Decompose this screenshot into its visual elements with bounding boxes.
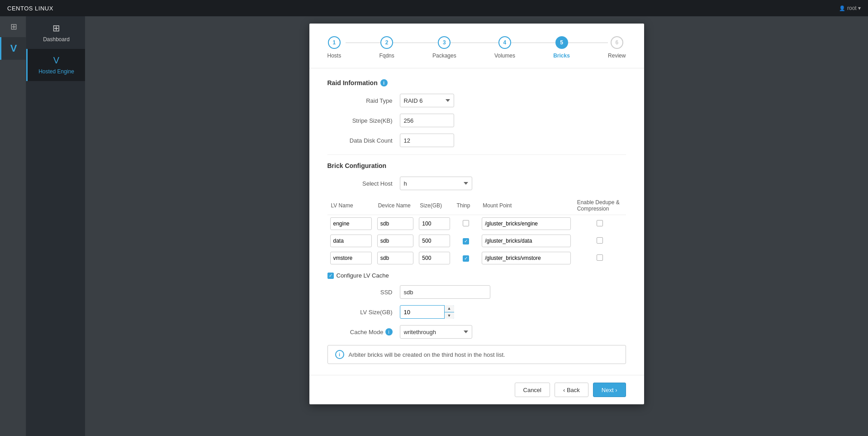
stripe-size-input[interactable] (400, 114, 454, 127)
step-label-hosts: Hosts (327, 53, 342, 59)
thinp-checkbox-1[interactable] (463, 220, 469, 226)
step-label-packages: Packages (432, 53, 456, 59)
lv-size-increment[interactable]: ▲ (445, 305, 454, 312)
next-button[interactable]: Next › (593, 383, 626, 397)
configure-lv-cache-row: Configure LV Cache (327, 272, 626, 279)
mount-point-input-1[interactable] (482, 217, 570, 230)
cache-mode-select[interactable]: writethrough writeback passthrough (400, 325, 472, 339)
sidebar: ⊞ Dashboard V Hosted Engine (26, 16, 85, 436)
select-host-label: Select Host (327, 180, 400, 187)
brick-config-title: Brick Configuration (327, 162, 626, 169)
num-arrows: ▲ ▼ (444, 305, 454, 319)
cache-mode-label: Cache Mode i (327, 328, 400, 335)
mount-point-input-2[interactable] (482, 235, 570, 247)
user-menu[interactable]: root ▾ (839, 5, 861, 11)
step-label-bricks: Bricks (553, 53, 570, 59)
left-rail: ⊞ V (0, 16, 26, 436)
lv-size-input-wrap: ▲ ▼ (400, 305, 454, 319)
cache-mode-info-icon[interactable]: i (385, 328, 393, 335)
step-circle-4: 4 (498, 36, 511, 49)
step-fqdns: 2 Fqdns (379, 36, 394, 59)
raid-type-row: Raid Type RAID 6 RAID 5 RAID 10 JBOD (327, 94, 626, 107)
lv-size-row: LV Size(GB) ▲ ▼ (327, 305, 626, 319)
cancel-button[interactable]: Cancel (515, 383, 550, 397)
dedup-checkbox-3[interactable] (597, 254, 603, 261)
main-layout: ⊞ V ⊞ Dashboard V Hosted Engine 1 (0, 16, 868, 436)
data-disk-count-input[interactable] (400, 134, 454, 147)
ssd-label: SSD (327, 289, 400, 296)
wizard-card: 1 Hosts 2 Fqdns 3 Package (309, 24, 644, 404)
mount-point-input-3[interactable] (482, 252, 570, 264)
lv-name-input-3[interactable] (330, 252, 372, 264)
step-circle-2: 2 (380, 36, 393, 49)
step-circle-3: 3 (438, 36, 451, 49)
dashboard-sidebar-icon: ⊞ (52, 23, 60, 34)
step-label-fqdns: Fqdns (379, 53, 394, 59)
cache-mode-row: Cache Mode i writethrough writeback pass… (327, 325, 626, 339)
sidebar-item-hosted-engine[interactable]: V Hosted Engine (26, 49, 85, 81)
topbar: CENTOS LINUX root ▾ (0, 0, 868, 16)
table-row (327, 249, 626, 267)
v-icon: V (10, 43, 17, 54)
configure-lv-cache-checkbox[interactable] (327, 273, 334, 279)
step-label-review: Review (608, 53, 626, 59)
step-label-volumes: Volumes (494, 53, 515, 59)
select-host-select[interactable]: h (400, 177, 472, 190)
rail-item-v[interactable]: V (0, 37, 26, 60)
table-row (327, 232, 626, 249)
data-disk-count-row: Data Disk Count (327, 134, 626, 147)
device-name-input-3[interactable] (377, 252, 414, 264)
raid-info-title: Raid Information i (327, 79, 626, 86)
step-review: 6 Review (608, 36, 626, 59)
th-thinp: Thinp (453, 196, 479, 215)
lv-size-label: LV Size(GB) (327, 309, 400, 316)
section-divider (327, 154, 626, 155)
size-input-3[interactable] (419, 252, 450, 264)
info-box-icon: i (335, 350, 344, 359)
dashboard-icon: ⊞ (10, 22, 17, 32)
brick-table: LV Name Device Name Size(GB) Thinp Mount… (327, 196, 626, 267)
info-box: i Arbiter bricks will be created on the … (327, 345, 626, 364)
thinp-checkbox-3[interactable] (463, 255, 469, 262)
content-area: 1 Hosts 2 Fqdns 3 Package (85, 16, 868, 436)
wizard-footer: Cancel ‹ Back Next › (309, 375, 644, 404)
size-input-1[interactable] (419, 217, 450, 230)
wizard-body: Raid Information i Raid Type RAID 6 RAID… (309, 68, 644, 375)
thinp-checkbox-2[interactable] (463, 238, 469, 244)
device-name-input-2[interactable] (377, 235, 414, 247)
app-title: CENTOS LINUX (7, 5, 53, 12)
sidebar-hosted-engine-label: Hosted Engine (38, 68, 74, 75)
lv-size-decrement[interactable]: ▼ (445, 312, 454, 319)
ssd-row: SSD (327, 285, 626, 299)
table-row (327, 215, 626, 233)
raid-type-label: Raid Type (327, 97, 400, 104)
configure-lv-cache-label: Configure LV Cache (337, 272, 389, 279)
stripe-size-row: Stripe Size(KB) (327, 114, 626, 127)
th-device-name: Device Name (375, 196, 417, 215)
th-dedup: Enable Dedupe & Compression (574, 196, 626, 215)
step-volumes: 4 Volumes (494, 36, 515, 59)
th-size: Size(GB) (416, 196, 453, 215)
step-hosts: 1 Hosts (327, 36, 342, 59)
info-box-text: Arbiter bricks will be created on the th… (349, 351, 505, 358)
sidebar-item-dashboard[interactable]: ⊞ Dashboard (26, 16, 85, 49)
data-disk-count-label: Data Disk Count (327, 137, 400, 144)
step-circle-1: 1 (328, 36, 341, 49)
lv-name-input-1[interactable] (330, 217, 372, 230)
raid-type-select[interactable]: RAID 6 RAID 5 RAID 10 JBOD (400, 94, 454, 107)
select-host-row: Select Host h (327, 177, 626, 190)
hosted-engine-icon: V (53, 55, 59, 66)
sidebar-dashboard-label: Dashboard (43, 36, 70, 43)
size-input-2[interactable] (419, 235, 450, 247)
lv-name-input-2[interactable] (330, 235, 372, 247)
raid-info-icon[interactable]: i (380, 79, 388, 86)
step-bricks: 5 Bricks (553, 36, 570, 59)
device-name-input-1[interactable] (377, 217, 414, 230)
step-circle-6: 6 (611, 36, 623, 49)
ssd-input[interactable] (400, 285, 490, 299)
back-button[interactable]: ‹ Back (555, 383, 588, 397)
dedup-checkbox-2[interactable] (597, 237, 603, 244)
step-packages: 3 Packages (432, 36, 456, 59)
dedup-checkbox-1[interactable] (597, 220, 603, 226)
rail-item-dashboard[interactable]: ⊞ (0, 16, 26, 37)
